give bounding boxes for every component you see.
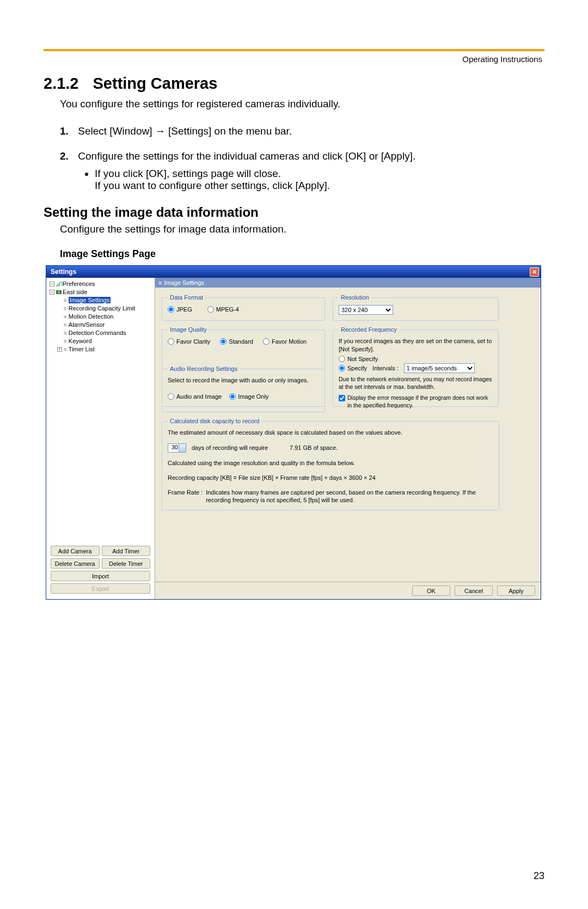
group-recorded-frequency: Recorded Frequency If you record images … (333, 326, 499, 407)
tree-motion-detection[interactable]: Motion Detection (47, 313, 154, 321)
add-camera-button[interactable]: Add Camera (51, 546, 100, 556)
group-calc-capacity: Calculated disk capacity to record The e… (162, 418, 499, 510)
step-2: 2. Configure the settings for the indivi… (60, 150, 544, 192)
arrow-icon: → (155, 125, 168, 137)
ok-button[interactable]: OK (412, 585, 450, 596)
expand-icon[interactable]: + (57, 347, 62, 352)
freq-note: If you record images as they are set on … (339, 337, 493, 353)
wrench-icon (56, 281, 63, 286)
tree-detection-commands[interactable]: Detection Commands (47, 329, 154, 337)
header-label: Operating Instructions (44, 54, 544, 64)
group-resolution: Resolution 320 x 240 (333, 294, 499, 321)
export-button[interactable]: Export (51, 583, 150, 594)
space-value: 7.91 GB of space. (290, 444, 338, 451)
calc-line1: The estimated amount of necessary disk s… (168, 429, 493, 437)
list-icon (64, 305, 69, 312)
days-stepper[interactable]: 30 (168, 443, 186, 453)
radio-favor-motion[interactable]: Favor Motion (263, 338, 307, 345)
list-icon (64, 338, 69, 344)
days-text: days of recording will require (192, 444, 268, 451)
settings-dialog: Settings ✕ − Preferences − East side (46, 265, 541, 600)
group-audio: Audio Recording Settings Select to recor… (162, 365, 325, 412)
svg-point-1 (58, 291, 60, 294)
tree-timer-list[interactable]: + Timer List (47, 345, 154, 353)
dialog-title: Settings (51, 268, 76, 276)
tree-image-settings[interactable]: Image Settings (47, 296, 154, 304)
radio-mpeg4[interactable]: MPEG-4 (207, 306, 239, 313)
list-icon (64, 297, 69, 303)
tree-keyword[interactable]: Keyword (47, 337, 154, 345)
delete-timer-button[interactable]: Delete Timer (102, 558, 151, 569)
titlebar[interactable]: Settings ✕ (46, 266, 541, 278)
check-display-error[interactable]: Display the error message if the program… (339, 394, 493, 409)
figure-label: Image Settings Page (60, 248, 544, 260)
camera-icon (56, 289, 63, 295)
section-title: 2.1.2Setting Cameras (44, 75, 544, 93)
subsection-intro: Configure the settings for image data in… (60, 223, 544, 235)
calc-line3: Calculated using the image resolution an… (168, 459, 493, 467)
radio-image-only[interactable]: Image Only (229, 393, 268, 400)
list-icon (64, 313, 69, 320)
resolution-select[interactable]: 320 x 240 (339, 305, 393, 315)
cancel-button[interactable]: Cancel (455, 585, 493, 596)
radio-favor-clarity[interactable]: Favor Clarity (168, 338, 210, 345)
intervals-select[interactable]: 1 image/5 seconds (404, 363, 475, 373)
delete-camera-button[interactable]: Delete Camera (51, 558, 100, 569)
tree-preferences[interactable]: − Preferences (47, 280, 154, 288)
frame-rate-text: Indicates how many frames are captured p… (206, 489, 493, 505)
section-intro: You configure the settings for registere… (60, 98, 544, 110)
radio-audio-image[interactable]: Audio and Image (168, 393, 222, 400)
radio-jpeg[interactable]: JPEG (168, 306, 192, 313)
intervals-label: Intervals : (372, 365, 399, 371)
collapse-icon[interactable]: − (50, 290, 54, 295)
add-timer-button[interactable]: Add Timer (102, 546, 151, 556)
close-icon[interactable]: ✕ (530, 267, 539, 277)
tree-sidebar: − Preferences − East side Image Settings (46, 278, 155, 599)
radio-specify[interactable]: Specify (339, 365, 367, 371)
frame-rate-label: Frame Rate : (168, 489, 203, 505)
tree-alarm-sensor[interactable]: Alarm/Sensor (47, 321, 154, 329)
list-icon (64, 346, 69, 352)
list-icon (64, 321, 69, 328)
list-icon (64, 330, 69, 336)
step-1: 1. Select [Window] → [Settings] on the m… (60, 125, 544, 137)
calc-formula: Recording capacity [KB] = File size [KB]… (168, 474, 493, 482)
radio-not-specify[interactable]: Not Specify (339, 356, 493, 362)
step-2-bullet: If you click [OK], settings page will cl… (95, 168, 544, 192)
apply-button[interactable]: Apply (497, 585, 535, 596)
tree-recording-capacity[interactable]: Recording Capacity Limit (47, 304, 154, 313)
collapse-icon[interactable]: − (50, 282, 54, 286)
freq-warn: Due to the network environment, you may … (339, 375, 493, 391)
radio-standard[interactable]: Standard (220, 338, 253, 345)
panel-title: Image Settings (155, 278, 541, 288)
group-data-format: Data Format JPEG MPEG-4 (162, 294, 325, 321)
page-number: 23 (534, 870, 544, 882)
subsection-title: Setting the image data information (44, 205, 544, 220)
audio-hint: Select to record the image with audio or… (168, 376, 319, 385)
import-button[interactable]: Import (51, 571, 150, 581)
tree-camera[interactable]: − East side (47, 288, 154, 296)
